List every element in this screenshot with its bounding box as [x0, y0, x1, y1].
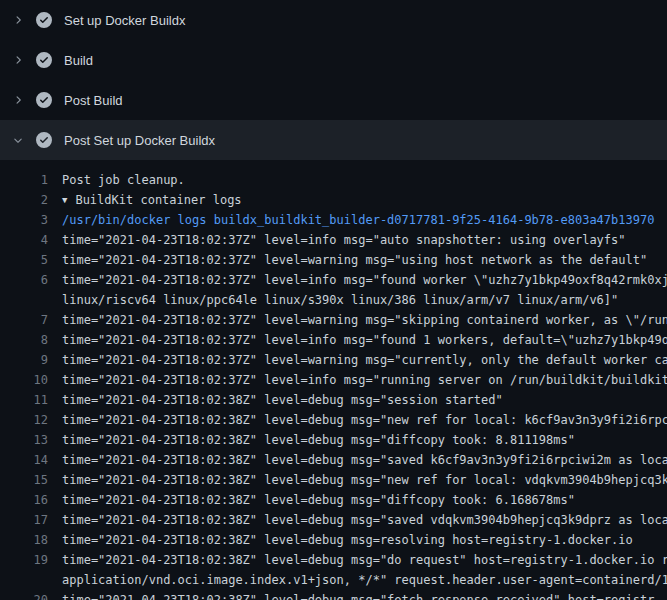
chevron-icon[interactable]: [10, 12, 26, 28]
log-line-content: ▼BuildKit container logs: [62, 190, 242, 210]
log-line: 11 time="2021-04-23T18:02:38Z" level=deb…: [0, 390, 667, 410]
log-text: time="2021-04-23T18:02:37Z" level=warnin…: [62, 313, 667, 327]
check-circle-icon: [36, 92, 52, 108]
log-line: 19 time="2021-04-23T18:02:38Z" level=deb…: [0, 550, 667, 570]
log-line: 14 time="2021-04-23T18:02:38Z" level=deb…: [0, 450, 667, 470]
log-command-text: /usr/bin/docker logs buildx_buildkit_bui…: [62, 213, 654, 227]
log-line: 9 time="2021-04-23T18:02:37Z" level=warn…: [0, 350, 667, 370]
log-line: 18 time="2021-04-23T18:02:38Z" level=deb…: [0, 530, 667, 550]
log-line-content: /usr/bin/docker logs buildx_buildkit_bui…: [62, 210, 654, 230]
line-number[interactable]: 16: [0, 490, 48, 510]
log-text: time="2021-04-23T18:02:38Z" level=debug …: [62, 473, 667, 487]
line-number[interactable]: 13: [0, 430, 48, 450]
log-text: time="2021-04-23T18:02:38Z" level=debug …: [62, 533, 633, 547]
chevron-icon[interactable]: [10, 52, 26, 68]
line-number[interactable]: 20: [0, 590, 48, 600]
line-number[interactable]: [0, 570, 48, 590]
log-text: application/vnd.oci.image.index.v1+json,…: [62, 573, 667, 587]
log-line: 7 time="2021-04-23T18:02:37Z" level=warn…: [0, 310, 667, 330]
line-number[interactable]: 14: [0, 450, 48, 470]
log-text: time="2021-04-23T18:02:37Z" level=warnin…: [62, 353, 667, 367]
log-text: time="2021-04-23T18:02:37Z" level=info m…: [62, 333, 667, 347]
log-text: time="2021-04-23T18:02:38Z" level=debug …: [62, 453, 667, 467]
log-text: linux/riscv64 linux/ppc64le linux/s390x …: [62, 293, 618, 307]
line-number[interactable]: 8: [0, 330, 48, 350]
log-line: 12 time="2021-04-23T18:02:38Z" level=deb…: [0, 410, 667, 430]
log-line: 6 time="2021-04-23T18:02:37Z" level=info…: [0, 270, 667, 290]
log-line: 20 time="2021-04-23T18:02:38Z" level=deb…: [0, 590, 667, 600]
group-toggle-icon[interactable]: ▼: [62, 190, 67, 210]
log-line: 16 time="2021-04-23T18:02:38Z" level=deb…: [0, 490, 667, 510]
line-number[interactable]: 7: [0, 310, 48, 330]
line-number[interactable]: 15: [0, 470, 48, 490]
step-label: Set up Docker Buildx: [64, 13, 185, 28]
log-line: 8 time="2021-04-23T18:02:37Z" level=info…: [0, 330, 667, 350]
log-line-content: time="2021-04-23T18:02:38Z" level=debug …: [62, 590, 654, 600]
log-line-content: time="2021-04-23T18:02:38Z" level=debug …: [62, 530, 633, 550]
check-circle-icon: [36, 52, 52, 68]
log-text: time="2021-04-23T18:02:38Z" level=debug …: [62, 493, 575, 507]
line-number[interactable]: 4: [0, 230, 48, 250]
log-line: 3 /usr/bin/docker logs buildx_buildkit_b…: [0, 210, 667, 230]
log-text: time="2021-04-23T18:02:38Z" level=debug …: [62, 433, 575, 447]
log-line-content: time="2021-04-23T18:02:38Z" level=debug …: [62, 510, 667, 530]
log-text: time="2021-04-23T18:02:37Z" level=info m…: [62, 373, 667, 387]
line-number[interactable]: 17: [0, 510, 48, 530]
log-text: time="2021-04-23T18:02:37Z" level=info m…: [62, 233, 626, 247]
line-number[interactable]: [0, 290, 48, 310]
line-number[interactable]: 3: [0, 210, 48, 230]
log-line-content: time="2021-04-23T18:02:37Z" level=info m…: [62, 370, 667, 390]
log-line: 4 time="2021-04-23T18:02:37Z" level=info…: [0, 230, 667, 250]
check-circle-icon: [36, 12, 52, 28]
log-line-content: time="2021-04-23T18:02:37Z" level=info m…: [62, 270, 667, 290]
log-text: time="2021-04-23T18:02:38Z" level=debug …: [62, 393, 503, 407]
chevron-icon[interactable]: [10, 92, 26, 108]
log-text: time="2021-04-23T18:02:37Z" level=info m…: [62, 273, 667, 287]
log-line: 17 time="2021-04-23T18:02:38Z" level=deb…: [0, 510, 667, 530]
step-label: Post Set up Docker Buildx: [64, 133, 215, 148]
log-line-content: time="2021-04-23T18:02:38Z" level=debug …: [62, 490, 575, 510]
log-line: linux/riscv64 linux/ppc64le linux/s390x …: [0, 290, 667, 310]
log-line-content: time="2021-04-23T18:02:37Z" level=info m…: [62, 230, 626, 250]
line-number[interactable]: 5: [0, 250, 48, 270]
step-header-0[interactable]: Set up Docker Buildx: [0, 0, 667, 40]
log-line: 5 time="2021-04-23T18:02:37Z" level=warn…: [0, 250, 667, 270]
log-text: time="2021-04-23T18:02:38Z" level=debug …: [62, 513, 667, 527]
log-text: time="2021-04-23T18:02:38Z" level=debug …: [62, 593, 654, 600]
step-header-3[interactable]: Post Set up Docker Buildx: [0, 120, 667, 160]
log-text: BuildKit container logs: [75, 193, 241, 207]
line-number[interactable]: 18: [0, 530, 48, 550]
log-line: 13 time="2021-04-23T18:02:38Z" level=deb…: [0, 430, 667, 450]
step-header-2[interactable]: Post Build: [0, 80, 667, 120]
log-text: time="2021-04-23T18:02:38Z" level=debug …: [62, 553, 667, 567]
line-number[interactable]: 11: [0, 390, 48, 410]
log-line-content: time="2021-04-23T18:02:37Z" level=warnin…: [62, 310, 667, 330]
log-line-content: time="2021-04-23T18:02:37Z" level=warnin…: [62, 350, 667, 370]
line-number[interactable]: 19: [0, 550, 48, 570]
log-line-content: time="2021-04-23T18:02:37Z" level=info m…: [62, 330, 667, 350]
line-number[interactable]: 10: [0, 370, 48, 390]
log-line: application/vnd.oci.image.index.v1+json,…: [0, 570, 667, 590]
log-text: time="2021-04-23T18:02:38Z" level=debug …: [62, 413, 667, 427]
line-number[interactable]: 9: [0, 350, 48, 370]
log-line: 2 ▼BuildKit container logs: [0, 190, 667, 210]
line-number[interactable]: 1: [0, 170, 48, 190]
step-header-1[interactable]: Build: [0, 40, 667, 80]
line-number[interactable]: 6: [0, 270, 48, 290]
log-line: 10 time="2021-04-23T18:02:37Z" level=inf…: [0, 370, 667, 390]
log-line-content: linux/riscv64 linux/ppc64le linux/s390x …: [62, 290, 618, 310]
log-line-content: time="2021-04-23T18:02:38Z" level=debug …: [62, 390, 503, 410]
line-number[interactable]: 12: [0, 410, 48, 430]
log-viewer: 1 Post job cleanup. 2 ▼BuildKit containe…: [0, 160, 667, 600]
check-circle-icon: [36, 132, 52, 148]
step-label: Post Build: [64, 93, 123, 108]
log-line-content: application/vnd.oci.image.index.v1+json,…: [62, 570, 667, 590]
line-number[interactable]: 2: [0, 190, 48, 210]
steps-list: Set up Docker Buildx Build Post Build: [0, 0, 667, 160]
log-text: Post job cleanup.: [62, 173, 185, 187]
log-text: time="2021-04-23T18:02:37Z" level=warnin…: [62, 253, 647, 267]
log-line-content: time="2021-04-23T18:02:38Z" level=debug …: [62, 430, 575, 450]
log-line-content: time="2021-04-23T18:02:38Z" level=debug …: [62, 470, 667, 490]
chevron-icon[interactable]: [10, 132, 26, 148]
step-label: Build: [64, 53, 93, 68]
